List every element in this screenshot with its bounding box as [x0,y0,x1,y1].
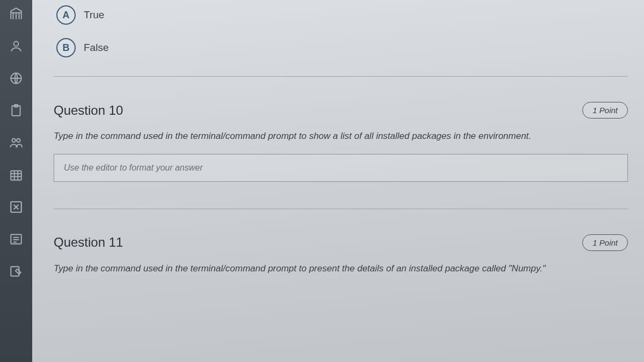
question9-options: A True B False [54,0,628,71]
library-icon[interactable] [8,5,25,23]
editor-placeholder: Use the editor to format your answer [64,163,618,173]
close-x-icon[interactable] [8,198,25,216]
option-letter: B [56,38,76,57]
option-b[interactable]: B False [56,38,628,57]
option-a[interactable]: A True [56,5,628,25]
sidebar [0,0,32,362]
person-icon[interactable] [8,38,25,55]
svg-rect-9 [11,267,19,276]
question-title: Question 10 [54,103,123,118]
question-10: Question 10 1 Point Type in the command … [54,85,628,203]
answer-editor[interactable]: Use the editor to format your answer [54,154,628,182]
question-divider [54,209,628,209]
points-badge: 1 Point [582,102,628,119]
svg-point-4 [12,138,16,142]
question-11: Question 11 1 Point Type in the command … [54,217,628,297]
question-title: Question 11 [54,235,123,250]
clipboard-icon[interactable] [8,102,25,119]
svg-point-0 [14,41,19,46]
question-header: Question 11 1 Point [54,228,628,254]
question-text: Type in the command used in the terminal… [54,254,628,286]
list-icon[interactable] [8,231,25,248]
globe-icon[interactable] [8,70,25,87]
points-badge: 1 Point [582,234,628,251]
option-label: False [84,42,108,54]
option-label: True [84,9,104,21]
svg-rect-6 [11,171,21,180]
question-header: Question 10 1 Point [54,95,628,121]
edit-icon[interactable] [8,263,25,280]
option-letter: A [56,5,76,25]
question-divider [54,76,628,77]
quiz-content: A True B False Question 10 1 Point Type … [32,0,644,362]
question-text: Type in the command used in the terminal… [54,121,628,154]
svg-point-5 [17,138,20,142]
calendar-grid-icon[interactable] [8,166,25,183]
people-icon[interactable] [8,134,25,151]
